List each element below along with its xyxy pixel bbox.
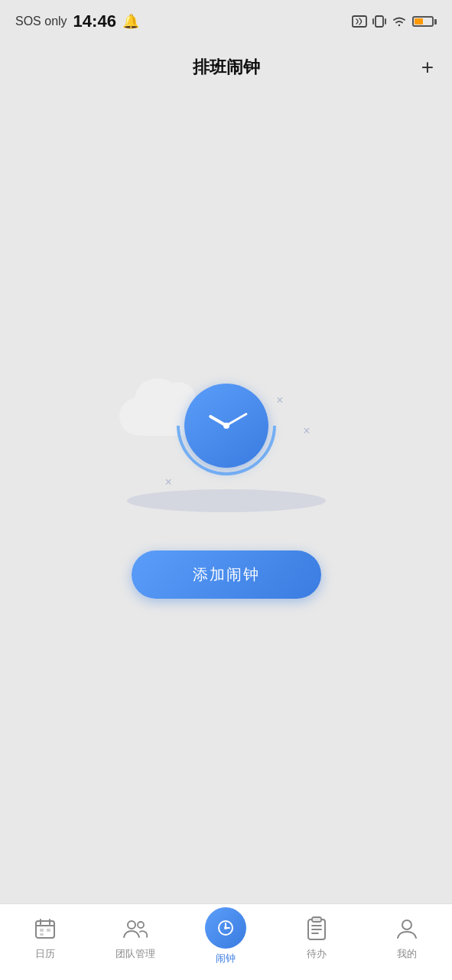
- nav-label-todo: 待办: [307, 947, 327, 961]
- vibrate-icon: [372, 14, 386, 29]
- add-alarm-header-button[interactable]: +: [421, 57, 434, 78]
- nav-item-team[interactable]: 团队管理: [105, 913, 166, 961]
- alarm-icon-active: [205, 907, 246, 949]
- nav-item-alarm[interactable]: 闹钟: [195, 913, 256, 965]
- nav-label-calendar: 日历: [35, 947, 55, 961]
- svg-rect-4: [36, 921, 54, 938]
- x-mark-3: ×: [165, 475, 172, 489]
- nav-item-todo[interactable]: 待办: [286, 913, 347, 961]
- page-title: 排班闹钟: [193, 56, 260, 79]
- add-alarm-button[interactable]: 添加闹钟: [132, 550, 321, 599]
- status-bar: SOS only 14:46 🔔: [0, 0, 452, 43]
- svg-point-16: [224, 926, 227, 929]
- status-sos-text: SOS only: [15, 15, 67, 28]
- svg-rect-21: [312, 917, 321, 922]
- svg-rect-8: [40, 929, 44, 932]
- svg-rect-10: [40, 933, 44, 936]
- team-icon: [120, 913, 151, 944]
- main-content: × × × 添加闹钟: [0, 92, 452, 903]
- calendar-icon: [30, 913, 60, 944]
- clock-inner: [196, 395, 257, 456]
- nav-label-team: 团队管理: [115, 947, 155, 961]
- x-mark-1: ×: [276, 394, 283, 407]
- clock-icon: [177, 376, 276, 475]
- mine-icon: [392, 913, 422, 944]
- empty-illustration: × × ×: [104, 351, 349, 520]
- svg-rect-1: [376, 16, 383, 27]
- svg-point-22: [402, 920, 411, 929]
- wifi-icon: [391, 15, 408, 28]
- clock-face: [184, 384, 268, 468]
- nav-label-alarm: 闹钟: [216, 952, 236, 965]
- nav-label-mine: 我的: [397, 947, 417, 961]
- ground-shadow: [127, 489, 326, 512]
- battery-icon: [412, 16, 437, 27]
- status-right: [351, 14, 437, 29]
- nav-item-calendar[interactable]: 日历: [15, 913, 76, 961]
- header: 排班闹钟 +: [0, 43, 452, 92]
- svg-point-12: [138, 922, 144, 928]
- todo-icon: [301, 913, 332, 944]
- clock-center-dot: [223, 423, 229, 429]
- svg-point-11: [128, 921, 135, 929]
- status-time: 14:46: [73, 11, 116, 31]
- status-left: SOS only 14:46 🔔: [15, 11, 139, 31]
- x-mark-2: ×: [303, 424, 310, 438]
- nfc-icon: [351, 15, 368, 28]
- svg-rect-0: [353, 16, 366, 27]
- bottom-nav: 日历 团队管理 闹钟: [0, 903, 452, 980]
- nav-item-mine[interactable]: 我的: [376, 913, 437, 961]
- status-bell-icon: 🔔: [122, 13, 139, 30]
- svg-rect-9: [47, 929, 50, 932]
